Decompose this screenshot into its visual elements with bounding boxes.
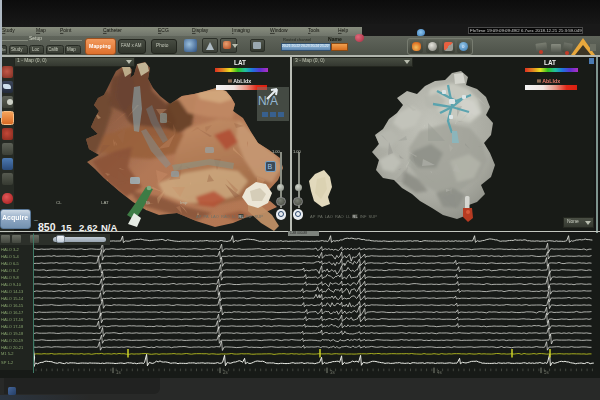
svg-text:5s: 5s [544,370,550,375]
svg-text:3s: 3s [330,370,336,375]
svg-text:2s: 2s [223,370,229,375]
svg-text:1s: 1s [116,370,122,375]
svg-text:4s: 4s [437,370,443,375]
